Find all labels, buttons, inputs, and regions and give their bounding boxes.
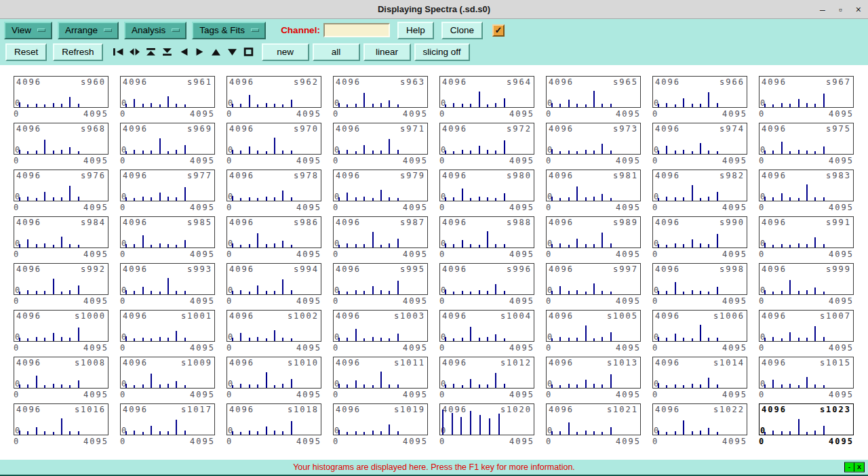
spectrum-plot[interactable]: 4096s9760: [14, 170, 108, 201]
refresh-button[interactable]: Refresh: [53, 43, 102, 61]
option-checkbox[interactable]: ✓: [492, 24, 505, 37]
spectrum-plot[interactable]: 4096s9910: [759, 216, 854, 248]
spectrum-plot[interactable]: 4096s9970: [546, 263, 641, 295]
spectrum-panel-s965[interactable]: 4096s965004095: [546, 76, 652, 123]
maximize-button[interactable]: ▫: [839, 0, 842, 19]
spectrum-panel-s1009[interactable]: 4096s1009004095: [120, 357, 226, 403]
spectrum-plot[interactable]: 4096s10110: [333, 357, 428, 389]
new-button[interactable]: new: [262, 43, 309, 61]
spectrum-plot[interactable]: 4096s10040: [439, 310, 534, 342]
spectrum-plot[interactable]: 4096s9770: [120, 170, 215, 201]
spectrum-plot[interactable]: 4096s10150: [759, 357, 854, 389]
scroll-up-icon[interactable]: [208, 45, 224, 60]
all-button[interactable]: all: [313, 43, 360, 61]
spectrum-panel-s1014[interactable]: 4096s1014004095: [652, 357, 759, 403]
spectrum-plot[interactable]: 4096s10010: [120, 310, 215, 342]
spectrum-panel-s991[interactable]: 4096s991004095: [759, 216, 865, 263]
spectrum-panel-s994[interactable]: 4096s994004095: [226, 263, 333, 310]
spectrum-panel-s960[interactable]: 4096s960004095: [14, 76, 120, 123]
spectrum-plot[interactable]: 4096s9880: [439, 216, 534, 248]
view-menu[interactable]: View: [4, 22, 52, 39]
spectrum-panel-s1008[interactable]: 4096s1008004095: [14, 357, 120, 403]
spectrum-plot[interactable]: 4096s9850: [120, 216, 215, 248]
analysis-menu[interactable]: Analysis: [124, 22, 186, 39]
spectrum-plot[interactable]: 4096s10030: [333, 310, 428, 342]
spectrum-plot[interactable]: 4096s9700: [226, 123, 321, 155]
status-close-button[interactable]: X: [854, 463, 864, 472]
spectrum-plot[interactable]: 4096s9790: [333, 170, 428, 201]
spectrum-panel-s1003[interactable]: 4096s1003004095: [333, 310, 439, 357]
spectrum-panel-s977[interactable]: 4096s977004095: [120, 170, 226, 216]
spectrum-plot[interactable]: 4096s10140: [652, 357, 747, 389]
spectrum-plot[interactable]: 4096s10190: [333, 403, 428, 435]
spectrum-panel-s1021[interactable]: 4096s1021004095: [546, 403, 652, 450]
tags-fits-menu[interactable]: Tags & Fits: [192, 22, 266, 39]
spectrum-plot[interactable]: 4096s9840: [14, 216, 108, 248]
spectrum-plot[interactable]: 4096s9800: [439, 170, 534, 201]
spectrum-plot[interactable]: 4096s9950: [333, 263, 428, 295]
spectrum-panel-s970[interactable]: 4096s970004095: [226, 123, 333, 170]
spectrum-panel-s975[interactable]: 4096s975004095: [759, 123, 865, 170]
expand-horizontal-icon[interactable]: [127, 45, 143, 60]
spectrum-panel-s979[interactable]: 4096s979004095: [333, 170, 439, 216]
spectrum-plot[interactable]: 4096s9940: [226, 263, 321, 295]
spectrum-plot[interactable]: 4096s9730: [546, 123, 641, 155]
scroll-left-icon[interactable]: [176, 45, 192, 60]
spectrum-plot[interactable]: 4096s9870: [333, 216, 428, 248]
spectrum-plot[interactable]: 4096s9660: [652, 76, 747, 108]
spectrum-plot[interactable]: 4096s10000: [14, 310, 108, 342]
spectrum-panel-s1011[interactable]: 4096s1011004095: [333, 357, 439, 403]
spectrum-plot[interactable]: 4096s10220: [652, 403, 747, 435]
spectrum-plot[interactable]: 4096s9690: [120, 123, 215, 155]
spectrum-panel-s998[interactable]: 4096s998004095: [652, 263, 759, 310]
spectrum-plot[interactable]: 4096s9720: [439, 123, 534, 155]
spectrum-plot[interactable]: 4096s9830: [759, 170, 854, 201]
spectrum-panel-s966[interactable]: 4096s966004095: [652, 76, 759, 123]
spectrum-panel-s1022[interactable]: 4096s1022004095: [652, 403, 759, 450]
spectrum-panel-s1013[interactable]: 4096s1013004095: [546, 357, 652, 403]
spectrum-plot[interactable]: 4096s9600: [14, 76, 108, 108]
spectrum-panel-s988[interactable]: 4096s988004095: [439, 216, 546, 263]
spectrum-plot[interactable]: 4096s9640: [439, 76, 534, 108]
spectrum-plot[interactable]: 4096s10020: [226, 310, 321, 342]
spectrum-panel-s1016[interactable]: 4096s1016004095: [14, 403, 120, 450]
spectrum-panel-s1007[interactable]: 4096s1007004095: [759, 310, 865, 357]
spectrum-panel-s972[interactable]: 4096s972004095: [439, 123, 546, 170]
spectrum-panel-s987[interactable]: 4096s987004095: [333, 216, 439, 263]
reset-button[interactable]: Reset: [5, 43, 47, 61]
spectrum-panel-s1019[interactable]: 4096s1019004095: [333, 403, 439, 450]
close-button[interactable]: ×: [856, 0, 861, 19]
scroll-right-icon[interactable]: [192, 45, 208, 60]
spectrum-plot[interactable]: 4096s9990: [759, 263, 854, 295]
spectrum-panel-s976[interactable]: 4096s976004095: [14, 170, 120, 216]
spectrum-panel-s971[interactable]: 4096s971004095: [333, 123, 439, 170]
spectrum-panel-s983[interactable]: 4096s983004095: [759, 170, 865, 216]
spectrum-panel-s1000[interactable]: 4096s1000004095: [14, 310, 120, 357]
linear-button[interactable]: linear: [363, 43, 411, 61]
scroll-to-top-icon[interactable]: [143, 45, 159, 60]
spectrum-panel-s1010[interactable]: 4096s1010004095: [226, 357, 333, 403]
spectrum-plot[interactable]: 4096s10090: [120, 357, 215, 389]
minimize-button[interactable]: –: [820, 0, 825, 19]
spectrum-plot[interactable]: 4096s10180: [226, 403, 321, 435]
arrange-menu[interactable]: Arrange: [58, 22, 119, 39]
spectrum-plot[interactable]: 4096s10100: [226, 357, 321, 389]
spectrum-plot[interactable]: 4096s9670: [759, 76, 854, 108]
spectrum-panel-s1023[interactable]: 4096s1023004095: [759, 403, 865, 450]
spectrum-panel-s1018[interactable]: 4096s1018004095: [226, 403, 333, 450]
clone-button[interactable]: Clone: [441, 22, 483, 39]
spectrum-panel-s1004[interactable]: 4096s1004004095: [439, 310, 546, 357]
spectrum-panel-s995[interactable]: 4096s995004095: [333, 263, 439, 310]
spectrum-plot[interactable]: 4096s9780: [226, 170, 321, 201]
status-minimize-button[interactable]: -: [845, 463, 854, 472]
spectrum-panel-s967[interactable]: 4096s967004095: [759, 76, 865, 123]
spectrum-plot[interactable]: 4096s9750: [759, 123, 854, 155]
spectrum-plot[interactable]: 4096s9960: [439, 263, 534, 295]
spectrum-plot[interactable]: 4096s9930: [120, 263, 215, 295]
spectrum-plot[interactable]: 4096s10170: [120, 403, 215, 435]
spectrum-plot[interactable]: 4096s10080: [14, 357, 108, 389]
spectrum-plot[interactable]: 4096s10120: [439, 357, 534, 389]
spectrum-panel-s963[interactable]: 4096s963004095: [333, 76, 439, 123]
spectrum-panel-s962[interactable]: 4096s962004095: [226, 76, 333, 123]
spectrum-panel-s1012[interactable]: 4096s1012004095: [439, 357, 546, 403]
